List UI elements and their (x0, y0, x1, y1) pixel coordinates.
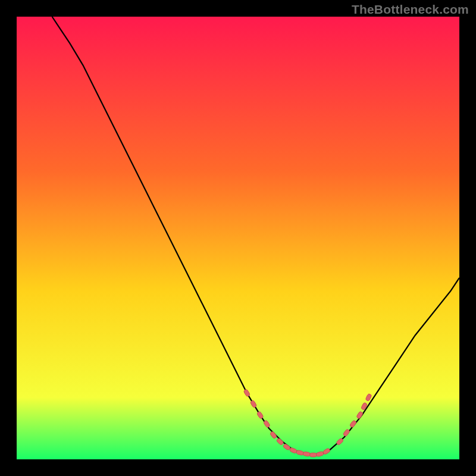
curve-marker (310, 453, 317, 457)
chart-frame: TheBottleneck.com (0, 0, 476, 476)
chart-svg (17, 17, 459, 459)
plot-area (17, 17, 459, 459)
watermark-text: TheBottleneck.com (352, 2, 469, 17)
gradient-background (17, 17, 459, 459)
